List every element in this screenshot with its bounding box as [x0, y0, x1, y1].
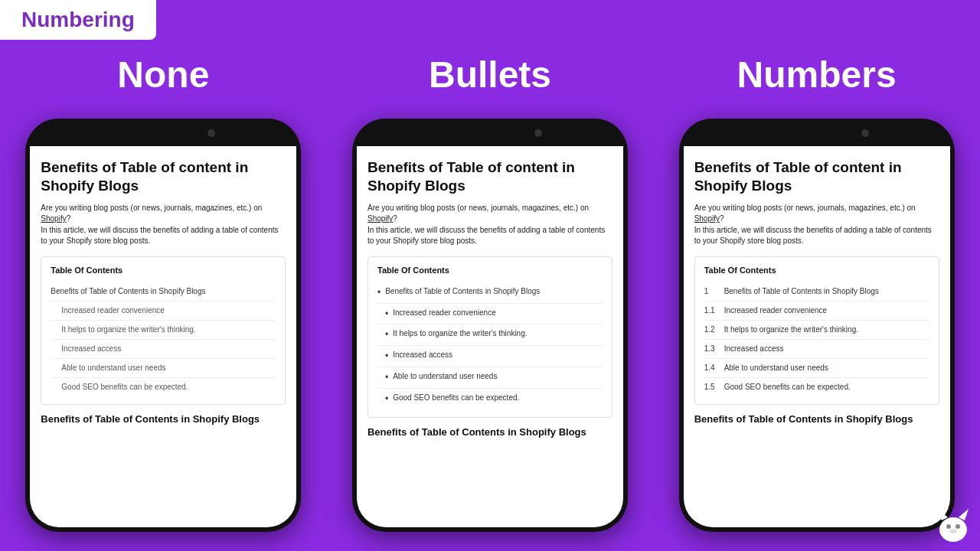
- bottom-heading-numbers: Benefits of Table of Contents in Shopify…: [694, 412, 939, 426]
- phone-none: Benefits of Table of content in Shopify …: [25, 119, 301, 532]
- toc-item-numbers-4[interactable]: 1.4 Able to understand user needs: [704, 359, 929, 378]
- toc-num-numbers-5: 1.5: [704, 382, 724, 393]
- toc-item-none-2[interactable]: It helps to organize the writer's thinki…: [51, 321, 276, 340]
- toc-item-bullets-0[interactable]: Benefits of Table of Contents in Shopify…: [377, 282, 603, 304]
- toc-text-numbers-3[interactable]: Increased access: [724, 344, 784, 354]
- toc-item-none-4[interactable]: Able to understand user needs: [51, 359, 276, 378]
- toc-num-numbers-2: 1.2: [704, 324, 724, 335]
- intro-text-numbers-1: Are you writing blog posts (or news, jou…: [694, 204, 916, 212]
- intro-text-none-2: ?In this article, we will discuss the be…: [41, 214, 278, 245]
- blog-title-numbers: Benefits of Table of content in Shopify …: [694, 158, 939, 195]
- screen-content-bullets: Benefits of Table of content in Shopify …: [368, 158, 612, 517]
- bottom-heading-bullets: Benefits of Table of Contents in Shopify…: [368, 425, 612, 439]
- toc-item-bullets-1[interactable]: Increased reader convenience: [377, 304, 603, 325]
- intro-text-bullets-1: Are you writing blog posts (or news, jou…: [368, 204, 589, 212]
- toc-item-bullets-2[interactable]: It helps to organize the writer's thinki…: [377, 324, 603, 346]
- toc-num-numbers-0: 1: [704, 286, 724, 297]
- notch-numbers: [756, 125, 878, 142]
- camera-dot-numbers: [861, 129, 869, 137]
- toc-box-bullets: Table Of Contents Benefits of Table of C…: [368, 256, 612, 418]
- phones-row: Benefits of Table of content in Shopify …: [0, 119, 980, 532]
- screen-content-numbers: Benefits of Table of content in Shopify …: [694, 158, 939, 517]
- toc-item-bullets-4[interactable]: Able to understand user needs: [377, 367, 603, 389]
- toc-num-numbers-1: 1.1: [704, 305, 724, 316]
- toc-box-numbers: Table Of Contents 1 Benefits of Table of…: [694, 256, 939, 405]
- col-label-bullets: Bullets: [337, 54, 643, 96]
- toc-sub-link-bullets-4[interactable]: Able to understand user needs: [377, 371, 603, 384]
- blog-title-bullets: Benefits of Table of content in Shopify …: [368, 158, 612, 195]
- header-badge: Numbering: [0, 0, 156, 40]
- notch-none: [102, 125, 224, 142]
- camera-dot-none: [207, 129, 215, 137]
- svg-point-5: [949, 529, 957, 533]
- toc-item-numbers-2[interactable]: 1.2 It helps to organize the writer's th…: [704, 321, 929, 340]
- fox-icon: [934, 505, 972, 543]
- shopify-link-bullets[interactable]: Shopify: [368, 214, 393, 223]
- toc-sub-link-bullets-1[interactable]: Increased reader convenience: [377, 308, 603, 321]
- toc-title-bullets: Table Of Contents: [377, 265, 603, 276]
- toc-item-none-5[interactable]: Good SEO benefits can be expected.: [51, 378, 276, 396]
- toc-item-bullets-3[interactable]: Increased access: [377, 346, 603, 367]
- screen-content-none: Benefits of Table of content in Shopify …: [41, 158, 286, 517]
- toc-num-numbers-3: 1.3: [704, 344, 724, 354]
- camera-dot-bullets: [534, 129, 542, 137]
- phone-screen-numbers: Benefits of Table of content in Shopify …: [684, 146, 950, 527]
- blog-intro-none: Are you writing blog posts (or news, jou…: [41, 203, 286, 247]
- toc-text-numbers-2[interactable]: It helps to organize the writer's thinki…: [724, 324, 858, 335]
- intro-text-bullets-2: ?In this article, we will discuss the be…: [368, 214, 605, 245]
- columns-row: None Bullets Numbers: [0, 54, 980, 96]
- blog-title-none: Benefits of Table of content in Shopify …: [41, 158, 286, 195]
- toc-box-none: Table Of Contents Benefits of Table of C…: [41, 256, 286, 405]
- phone-screen-bullets: Benefits of Table of content in Shopify …: [357, 146, 623, 527]
- svg-point-3: [946, 524, 951, 529]
- toc-item-numbers-1[interactable]: 1.1 Increased reader convenience: [704, 302, 929, 321]
- col-label-none: None: [10, 54, 316, 96]
- blog-intro-numbers: Are you writing blog posts (or news, jou…: [694, 203, 939, 247]
- toc-title-numbers: Table Of Contents: [704, 265, 929, 276]
- toc-text-numbers-4[interactable]: Able to understand user needs: [724, 363, 828, 373]
- toc-text-numbers-0[interactable]: Benefits of Table of Contents in Shopify…: [724, 286, 879, 297]
- shopify-link-none[interactable]: Shopify: [41, 214, 66, 223]
- svg-point-4: [956, 524, 960, 529]
- fox-mascot: [934, 505, 972, 543]
- col-label-numbers: Numbers: [664, 54, 970, 96]
- shopify-link-numbers[interactable]: Shopify: [694, 214, 720, 223]
- toc-main-link-bullets-0[interactable]: Benefits of Table of Contents in Shopify…: [377, 286, 603, 299]
- svg-marker-2: [959, 509, 969, 520]
- toc-item-none-3[interactable]: Increased access: [51, 340, 276, 359]
- blog-intro-bullets: Are you writing blog posts (or news, jou…: [368, 203, 612, 247]
- intro-text-none-1: Are you writing blog posts (or news, jou…: [41, 204, 262, 212]
- toc-item-numbers-3[interactable]: 1.3 Increased access: [704, 340, 929, 359]
- toc-sub-link-bullets-3[interactable]: Increased access: [377, 350, 603, 363]
- intro-text-numbers-2: ?In this article, we will discuss the be…: [694, 214, 932, 245]
- bottom-heading-none: Benefits of Table of Contents in Shopify…: [41, 412, 286, 426]
- toc-sub-link-bullets-2[interactable]: It helps to organize the writer's thinki…: [377, 328, 603, 341]
- notch-bullets: [429, 125, 551, 142]
- toc-item-bullets-5[interactable]: Good SEO benefits can be expected.: [377, 389, 603, 409]
- header-label: Numbering: [21, 8, 135, 31]
- phone-numbers: Benefits of Table of content in Shopify …: [679, 119, 955, 532]
- toc-title-none: Table Of Contents: [51, 265, 276, 276]
- phone-screen-none: Benefits of Table of content in Shopify …: [30, 146, 296, 527]
- toc-item-numbers-5[interactable]: 1.5 Good SEO benefits can be expected.: [704, 378, 929, 396]
- toc-sub-link-bullets-5[interactable]: Good SEO benefits can be expected.: [377, 393, 603, 406]
- toc-text-numbers-5[interactable]: Good SEO benefits can be expected.: [724, 382, 851, 393]
- toc-item-none-0[interactable]: Benefits of Table of Contents in Shopify…: [51, 282, 276, 302]
- phone-bullets: Benefits of Table of content in Shopify …: [352, 119, 628, 532]
- toc-item-numbers-0[interactable]: 1 Benefits of Table of Contents in Shopi…: [704, 282, 929, 302]
- toc-num-numbers-4: 1.4: [704, 363, 724, 373]
- svg-marker-1: [938, 509, 948, 520]
- toc-item-none-1[interactable]: Increased reader convenience: [51, 302, 276, 321]
- toc-text-numbers-1[interactable]: Increased reader convenience: [724, 305, 828, 316]
